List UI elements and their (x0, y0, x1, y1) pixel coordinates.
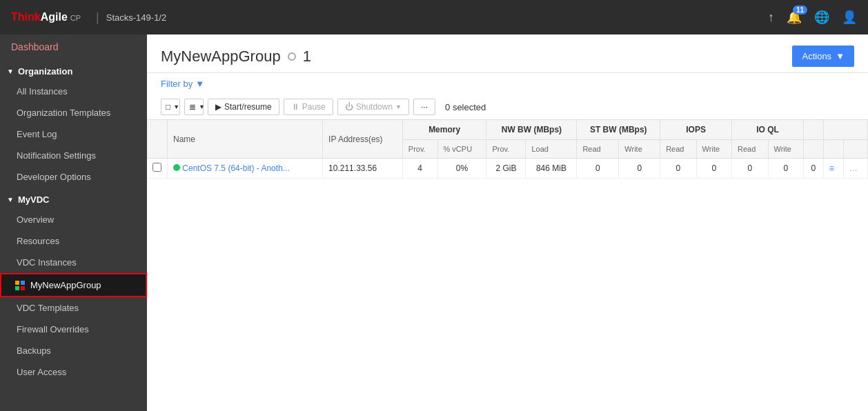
sidebar-item-vdc-instances[interactable]: VDC Instances (0, 252, 147, 273)
vm-name-link[interactable]: CentOS 7.5 (64-bit) - Anoth... (182, 163, 289, 173)
row-iops-read: 0 (732, 159, 768, 179)
sidebar-item-backups[interactable]: Backups (0, 340, 147, 361)
selected-count: 0 selected (445, 102, 486, 112)
filter-bar: Filter by ▼ (147, 73, 868, 94)
row-st-read: 0 (660, 159, 696, 179)
col-checkbox (147, 120, 168, 159)
row-mem-load: 846 MiB (526, 159, 577, 179)
actions-button[interactable]: Actions ▼ (792, 46, 854, 67)
user-icon[interactable]: 👤 (842, 10, 857, 25)
sidebar-item-vdc-templates[interactable]: VDC Templates (0, 297, 147, 319)
row-status-name: CentOS 7.5 (64-bit) - Anoth... (168, 159, 323, 179)
checkbox-button[interactable]: □ ▼ (161, 99, 180, 115)
row-iops-write: 0 (768, 159, 803, 179)
col-cpu-prov: Prov. (402, 140, 437, 159)
sidebar-item-overview[interactable]: Overview (0, 209, 147, 230)
shutdown-button[interactable]: ⏻ Shutdown ▼ (337, 99, 409, 115)
col-row-actions-1 (823, 140, 843, 159)
table-row: CentOS 7.5 (64-bit) - Anoth... 10.211.33… (147, 159, 868, 179)
filter-label: Filter by (161, 79, 193, 89)
main-content: MyNewAppGroup 1 Actions ▼ Filter by ▼ □ … (147, 34, 868, 411)
col-row-actions-2 (843, 140, 867, 159)
col-st-write: Write (696, 140, 731, 159)
status-dot (288, 52, 296, 61)
sidebar-item-label: MyNewAppGroup (30, 280, 101, 290)
col-mem-load: Load (526, 140, 577, 159)
play-icon: ▶ (215, 102, 221, 112)
sidebar-item-org-templates[interactable]: Organization Templates (0, 102, 147, 123)
col-group-io-ql (803, 120, 823, 140)
sidebar-item-notification-settings[interactable]: Notification Settings (0, 145, 147, 166)
chevron-down-icon: ▼ (7, 196, 14, 203)
upload-icon[interactable]: ↑ (768, 10, 774, 25)
sidebar-item-firewall-overrides[interactable]: Firewall Overrides (0, 319, 147, 340)
col-group-st-bw: IOPS (660, 120, 732, 140)
title-area: MyNewAppGroup 1 (161, 48, 311, 66)
grid-icon: ≣ (189, 102, 196, 112)
brand-name: ThinkAgile (11, 11, 68, 23)
sidebar-section-organization[interactable]: ▼ Organization (0, 59, 147, 81)
instance-count: 1 (303, 48, 311, 66)
power-icon: ⏻ (345, 102, 353, 112)
instances-table: Name IP Address(es) Memory NW BW (MBps) … (147, 120, 868, 179)
chevron-down-icon: ▼ (7, 68, 14, 75)
sidebar-item-event-log[interactable]: Event Log (0, 123, 147, 145)
sidebar-item-developer-options[interactable]: Developer Options (0, 166, 147, 188)
col-cpu-vcpu: % vCPU (437, 140, 486, 159)
checkbox-icon: □ (166, 102, 170, 112)
col-nw-read: Read (577, 140, 619, 159)
pause-icon: ⏸ (291, 102, 299, 112)
col-nw-write: Write (619, 140, 660, 159)
chevron-down-icon: ▼ (173, 103, 179, 110)
toolbar: □ ▼ ≣ ▼ ▶ Start/resume ⏸ Pause ⏻ Shutdow… (147, 94, 868, 120)
breadcrumb: Stacks-149-1/2 (106, 12, 166, 23)
more-actions-button[interactable]: ··· (413, 99, 435, 115)
nav-divider: | (96, 10, 99, 25)
row-cpu-prov: 4 (402, 159, 437, 179)
filter-by-button[interactable]: Filter by ▼ (161, 79, 204, 89)
col-mem-prov: Prov. (486, 140, 526, 159)
row-ip: 10.211.33.56 (323, 159, 403, 179)
notification-badge: 11 (793, 6, 807, 14)
row-detail-icon[interactable]: ≡ (823, 159, 843, 179)
pause-button[interactable]: ⏸ Pause (284, 99, 333, 115)
actions-label: Actions (802, 51, 831, 61)
row-more-icon[interactable]: … (843, 159, 867, 179)
sidebar-section-myvdc[interactable]: ▼ MyVDC (0, 188, 147, 209)
col-iops-read: Read (732, 140, 768, 159)
row-checkbox[interactable] (147, 159, 168, 179)
instances-table-container: Name IP Address(es) Memory NW BW (MBps) … (147, 120, 868, 411)
start-resume-button[interactable]: ▶ Start/resume (208, 99, 279, 115)
col-group-cpu: Memory (402, 120, 486, 140)
sidebar-item-user-access[interactable]: User Access (0, 361, 147, 383)
chevron-down-icon: ▼ (199, 103, 205, 110)
sidebar: Dashboard ▼ Organization All Instances O… (0, 34, 147, 411)
sidebar-item-all-instances[interactable]: All Instances (0, 81, 147, 102)
col-io-ql-val (803, 140, 823, 159)
row-mem-prov: 2 GiB (486, 159, 526, 179)
col-group-memory: NW BW (MBps) (486, 120, 577, 140)
col-iops-write: Write (768, 140, 803, 159)
content-header: MyNewAppGroup 1 Actions ▼ (147, 34, 868, 73)
col-st-read: Read (660, 140, 696, 159)
nav-icons: ↑ 🔔 11 🌐 👤 (768, 10, 857, 25)
grid-view-button[interactable]: ≣ ▼ (184, 99, 204, 115)
bell-icon[interactable]: 🔔 11 (787, 10, 802, 25)
col-ip: IP Address(es) (323, 120, 403, 159)
row-nw-read: 0 (577, 159, 619, 179)
product-identifier: CP (70, 14, 81, 22)
globe-icon[interactable]: 🌐 (814, 10, 829, 25)
row-cpu-vcpu: 0% (437, 159, 486, 179)
chevron-down-icon: ▼ (395, 103, 402, 110)
col-name: Name (168, 120, 323, 159)
col-actions-header (823, 120, 867, 140)
logo: ThinkAgile CP (11, 11, 81, 23)
sidebar-item-resources[interactable]: Resources (0, 230, 147, 252)
page-title: MyNewAppGroup (161, 48, 281, 66)
sidebar-item-dashboard[interactable]: Dashboard (0, 34, 147, 59)
sidebar-item-mynewappgroup[interactable]: MyNewAppGroup (0, 273, 147, 297)
col-group-nw-bw: ST BW (MBps) (577, 120, 660, 140)
row-nw-write: 0 (619, 159, 660, 179)
row-io-ql: 0 (803, 159, 823, 179)
chevron-down-icon: ▼ (836, 51, 845, 61)
